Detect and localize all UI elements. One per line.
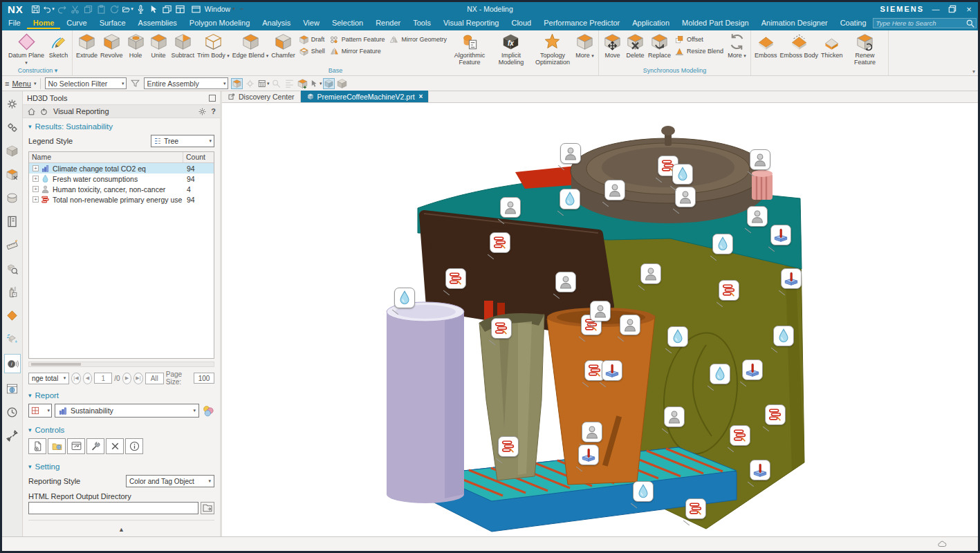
menu-application[interactable]: Application bbox=[626, 17, 676, 29]
power-icon[interactable] bbox=[39, 107, 48, 116]
selection-filter-dropdown[interactable]: No Selection Filter▾ bbox=[45, 77, 127, 89]
drop-tag[interactable] bbox=[773, 326, 794, 346]
expand-icon[interactable]: + bbox=[33, 165, 39, 171]
drop-tag[interactable] bbox=[667, 326, 688, 347]
menu-view[interactable]: View bbox=[297, 17, 326, 29]
home-icon[interactable] bbox=[27, 107, 36, 116]
thermo-tag[interactable] bbox=[750, 460, 770, 480]
menu-polygon-modeling[interactable]: Polygon Modeling bbox=[183, 17, 256, 29]
thermo-tag[interactable] bbox=[578, 444, 599, 465]
menu-performance-predictor[interactable]: Performance Predictor bbox=[537, 17, 626, 29]
thicken-button[interactable]: Thicken bbox=[820, 32, 844, 59]
menu-surface[interactable]: Surface bbox=[93, 17, 132, 29]
expand-icon[interactable]: + bbox=[33, 196, 39, 203]
table-horizontal-scrollbar[interactable] bbox=[28, 362, 214, 367]
first-page-button[interactable]: |◀ bbox=[71, 373, 81, 384]
prev-page-button[interactable]: ◀ bbox=[83, 373, 93, 384]
tab-discovery-center[interactable]: Discovery Center bbox=[222, 91, 301, 102]
menu-analysis[interactable]: Analysis bbox=[256, 17, 297, 29]
add-component-icon[interactable] bbox=[297, 78, 308, 89]
menu-file[interactable]: File bbox=[2, 17, 27, 29]
implicit-modeling-button[interactable]: fxImplicit Modeling bbox=[490, 32, 532, 66]
hd3d-tools-icon[interactable]: i bbox=[4, 354, 21, 373]
menu-selection[interactable]: Selection bbox=[326, 17, 369, 29]
menu-animation-designer[interactable]: Animation Designer bbox=[755, 17, 834, 29]
emboss-body-button[interactable]: Emboss Body bbox=[779, 32, 820, 59]
information-button[interactable] bbox=[125, 438, 143, 454]
html-dir-input[interactable] bbox=[28, 502, 198, 514]
move-component-icon[interactable]: ▾ bbox=[310, 78, 322, 89]
person-tag[interactable] bbox=[560, 143, 581, 164]
mirror-feature-button[interactable]: Mirror Feature bbox=[329, 46, 385, 57]
reporting-style-dropdown[interactable]: Color and Tag Object▾ bbox=[126, 475, 214, 487]
spray-tool-icon[interactable] bbox=[4, 283, 21, 300]
drop-tag[interactable] bbox=[710, 364, 730, 384]
report-selector-dropdown[interactable]: Sustainability▾ bbox=[55, 404, 199, 418]
draft-button[interactable]: Draft bbox=[299, 34, 325, 45]
subtract-button[interactable]: Subtract bbox=[170, 32, 196, 59]
more-circle-button[interactable]: More ▾ bbox=[725, 32, 748, 59]
thermo-tag[interactable] bbox=[770, 225, 791, 245]
search-input[interactable] bbox=[873, 18, 977, 28]
shaded-view-icon[interactable] bbox=[336, 78, 348, 89]
thermo-tag[interactable] bbox=[781, 268, 802, 289]
person-tag[interactable] bbox=[620, 315, 640, 335]
trim-body-button[interactable]: Trim Body ▾ bbox=[196, 32, 231, 59]
browse-folder-icon[interactable] bbox=[201, 502, 214, 514]
shaded-wireframe-icon[interactable] bbox=[323, 78, 335, 89]
energy-tag[interactable] bbox=[719, 280, 739, 301]
restore-button[interactable] bbox=[947, 4, 957, 14]
chamfer-button[interactable]: Chamfer bbox=[270, 32, 297, 59]
energy-tag[interactable] bbox=[490, 232, 510, 253]
topology-optimization-button[interactable]: Topology Optimization bbox=[532, 32, 573, 66]
move-button[interactable]: Move bbox=[601, 32, 624, 59]
extrude-button[interactable]: Extrude bbox=[75, 32, 99, 59]
person-tag[interactable] bbox=[640, 263, 661, 284]
person-tag[interactable] bbox=[555, 272, 576, 292]
drop-tag[interactable] bbox=[560, 189, 580, 209]
mirror-geometry-button[interactable]: Mirror Geometry bbox=[389, 34, 447, 45]
new-report-button[interactable] bbox=[28, 438, 46, 454]
search-icon[interactable] bbox=[965, 19, 975, 28]
new-window-icon[interactable] bbox=[161, 4, 173, 15]
energy-tag[interactable] bbox=[730, 425, 750, 446]
thermo-tag[interactable] bbox=[602, 360, 622, 381]
more-cube-button[interactable]: More ▾ bbox=[573, 32, 596, 59]
results-section-header[interactable]: ▾ Results: Sustainability bbox=[23, 118, 220, 133]
part-inspect-icon[interactable] bbox=[4, 260, 21, 276]
page-number-input[interactable] bbox=[94, 373, 112, 384]
report-palette-icon[interactable] bbox=[202, 404, 214, 417]
edit-report-button[interactable] bbox=[86, 438, 104, 454]
person-tag[interactable] bbox=[590, 301, 611, 321]
drop-tag[interactable] bbox=[394, 288, 415, 308]
microphone-icon[interactable] bbox=[135, 4, 147, 15]
menu-tools[interactable]: Tools bbox=[407, 17, 437, 29]
legend-filter-dropdown[interactable]: nge total▾ bbox=[28, 373, 69, 384]
page-size-input[interactable] bbox=[194, 373, 214, 384]
history-icon[interactable] bbox=[4, 404, 21, 420]
update-report-button[interactable] bbox=[67, 438, 85, 454]
energy-tag[interactable] bbox=[498, 436, 519, 457]
table-row[interactable]: +Fresh water consumptions94 bbox=[29, 174, 214, 184]
menu-assemblies[interactable]: Assemblies bbox=[132, 17, 183, 29]
menu-cloud[interactable]: Cloud bbox=[505, 17, 537, 29]
person-tag[interactable] bbox=[582, 422, 602, 442]
report-type-dropdown[interactable]: ▾ bbox=[28, 404, 52, 418]
reuse-library-icon[interactable] bbox=[4, 213, 21, 229]
resize-blend-button[interactable]: Resize Blend bbox=[674, 46, 723, 57]
legend-style-dropdown[interactable]: Tree▾ bbox=[151, 135, 214, 147]
load-structure-icon[interactable] bbox=[231, 78, 243, 89]
menu-render[interactable]: Render bbox=[369, 17, 407, 29]
window-tree-icon[interactable]: ▾ bbox=[257, 78, 269, 89]
pattern-feature-button[interactable]: Pattern Feature bbox=[329, 34, 385, 45]
person-tag[interactable] bbox=[500, 197, 521, 218]
table-row[interactable]: +Total non-renewable primary energy use9… bbox=[29, 194, 214, 205]
web-browser-icon[interactable] bbox=[4, 380, 21, 397]
navigator-gear-icon[interactable] bbox=[4, 95, 21, 112]
energy-tag[interactable] bbox=[765, 404, 786, 425]
graphics-canvas[interactable] bbox=[222, 103, 978, 536]
drop-tag[interactable] bbox=[633, 481, 654, 502]
gear-icon[interactable] bbox=[198, 107, 207, 116]
report-section-header[interactable]: ▾ Report bbox=[23, 387, 220, 402]
algorithmic-feature-button[interactable]: Algorithmic Feature bbox=[449, 32, 490, 66]
